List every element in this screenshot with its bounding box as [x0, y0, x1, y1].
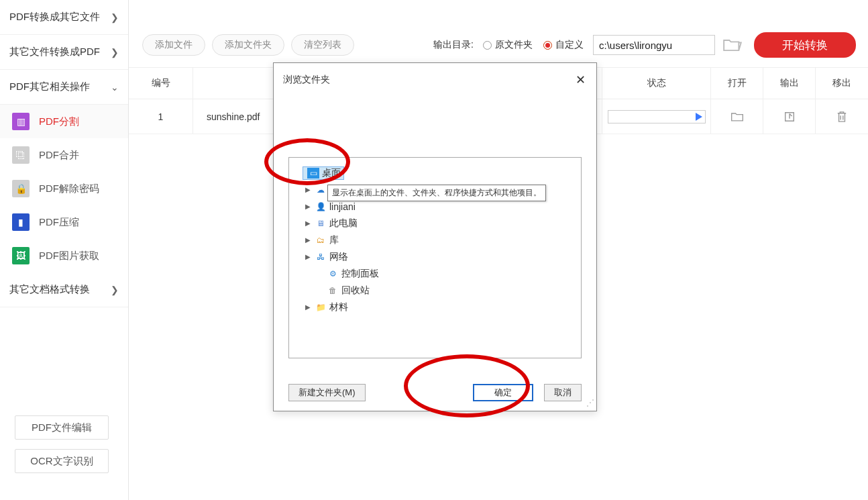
sidegroup-other-doc-convert[interactable]: 其它文档格式转换 ❯	[0, 272, 128, 307]
expand-icon[interactable]: ▶	[304, 303, 312, 311]
ok-button[interactable]: 确定	[473, 384, 533, 401]
chevron-right-icon: ❯	[111, 47, 119, 58]
recycle-bin-icon: 🗑	[327, 285, 339, 296]
sidebar-item-label: PDF分割	[39, 115, 79, 128]
pc-icon: 🖥	[315, 218, 327, 229]
tree-item-libraries[interactable]: ▶ 🗂 库	[289, 232, 581, 248]
th-open: 打开	[711, 68, 763, 99]
sidebar-item-pdf-images[interactable]: 🖼 PDF图片获取	[0, 239, 128, 272]
chevron-right-icon: ❯	[111, 12, 119, 23]
sidebar-item-label: PDF合并	[39, 149, 79, 162]
play-icon	[696, 113, 702, 121]
tree-label: 此电脑	[329, 217, 358, 230]
topbar: 添加文件 添加文件夹 清空列表 输出目录: 原文件夹 自定义 开始转换	[129, 0, 868, 67]
expand-icon[interactable]: ▶	[304, 219, 312, 227]
sidegroup-label: 其它文档格式转换	[9, 283, 90, 296]
tree-label: 桌面	[322, 167, 341, 179]
tree-label: 控制面板	[341, 268, 379, 280]
sidegroup-label: 其它文件转换成PDF	[9, 46, 100, 58]
sidebar-item-pdf-split[interactable]: ▥ PDF分割	[0, 105, 128, 138]
browse-folder-dialog: 浏览文件夹 ✕ ▭ 桌面 ▶ ☁ OneDrive ▶ 👤 linjiani ▶…	[273, 62, 597, 411]
progress-bar[interactable]	[608, 110, 706, 123]
expand-icon[interactable]: ▶	[304, 253, 312, 260]
split-icon: ▥	[12, 113, 30, 130]
merge-icon: ⿻	[12, 146, 30, 164]
output-dir-label: 输出目录:	[433, 39, 474, 51]
sidebar-item-pdf-unlock[interactable]: 🔒 PDF解除密码	[0, 172, 128, 205]
output-path-input[interactable]	[593, 35, 715, 55]
library-icon: 🗂	[315, 235, 327, 246]
sidegroup-label: PDF其它相关操作	[9, 81, 90, 93]
sidebar-item-pdf-merge[interactable]: ⿻ PDF合并	[0, 138, 128, 172]
sidebar-item-label: PDF图片获取	[39, 250, 99, 262]
tree-label: 材料	[329, 301, 348, 313]
sidebar-item-label: PDF解除密码	[39, 183, 99, 195]
radio-original-folder[interactable]: 原文件夹	[483, 39, 533, 51]
sidebar-item-label: PDF压缩	[39, 216, 79, 229]
radio-icon	[483, 41, 492, 50]
tree-item-control-panel[interactable]: ⚙ 控制面板	[289, 265, 581, 282]
sidebar-bottom: PDF文件编辑 OCR文字识别	[0, 415, 128, 483]
close-icon[interactable]: ✕	[576, 72, 586, 87]
browse-folder-icon[interactable]	[723, 38, 742, 52]
chevron-right-icon: ❯	[111, 285, 119, 295]
desktop-icon: ▭	[307, 168, 319, 179]
sidegroup-pdf-to-other[interactable]: PDF转换成其它文件 ❯	[0, 0, 128, 35]
expand-icon[interactable]: ▶	[304, 203, 312, 210]
start-convert-button[interactable]: 开始转换	[754, 32, 856, 58]
tree-label: linjiani	[329, 201, 356, 212]
new-folder-button[interactable]: 新建文件夹(M)	[288, 384, 366, 401]
ocr-button[interactable]: OCR文字识别	[15, 449, 109, 473]
tree-item-desktop[interactable]: ▭ 桌面	[289, 164, 581, 181]
tree-label: 回收站	[341, 285, 370, 297]
dialog-titlebar: 浏览文件夹 ✕	[274, 63, 596, 97]
image-icon: 🖼	[12, 247, 30, 264]
chevron-down-icon: ⌄	[111, 82, 119, 93]
sidegroup-pdf-other-ops[interactable]: PDF其它相关操作 ⌄	[0, 70, 128, 105]
tree-item-recycle-bin[interactable]: 🗑 回收站	[289, 282, 581, 299]
add-file-button[interactable]: 添加文件	[142, 34, 205, 56]
tree-label: 网络	[329, 251, 348, 263]
network-icon: 🖧	[315, 252, 327, 262]
sidebar-item-pdf-compress[interactable]: ▮ PDF压缩	[0, 205, 128, 239]
tree-item-this-pc[interactable]: ▶ 🖥 此电脑	[289, 215, 581, 232]
radio-custom-folder[interactable]: 自定义	[543, 39, 584, 51]
sidegroup-label: PDF转换成其它文件	[9, 11, 100, 23]
tree-item-materials[interactable]: ▶ 📁 材料	[289, 299, 581, 315]
add-folder-button[interactable]: 添加文件夹	[212, 34, 284, 56]
cell-number: 1	[129, 99, 193, 134]
control-panel-icon: ⚙	[327, 268, 339, 279]
dialog-title: 浏览文件夹	[283, 74, 330, 86]
tooltip: 显示在桌面上的文件、文件夹、程序快捷方式和其他项目。	[327, 185, 546, 201]
compress-icon: ▮	[12, 213, 30, 231]
sidegroup-other-to-pdf[interactable]: 其它文件转换成PDF ❯	[0, 35, 128, 70]
cell-status	[602, 99, 711, 134]
th-output: 输出	[763, 68, 816, 99]
expand-icon[interactable]: ▶	[304, 186, 312, 193]
tree-item-network[interactable]: ▶ 🖧 网络	[289, 248, 581, 265]
remove-button[interactable]	[816, 99, 868, 134]
folder-icon: 📁	[315, 302, 327, 313]
th-number: 编号	[129, 68, 193, 99]
dialog-buttons: 新建文件夹(M) 确定 取消	[288, 384, 582, 401]
th-status: 状态	[602, 68, 711, 99]
lock-icon: 🔒	[12, 180, 30, 197]
radio-icon	[543, 41, 552, 50]
export-button[interactable]	[763, 99, 816, 134]
tree-label: 库	[329, 234, 339, 246]
th-remove: 移出	[816, 68, 868, 99]
resize-grip-icon[interactable]: ⋰	[586, 401, 594, 409]
cloud-icon: ☁	[315, 185, 327, 195]
sidebar: PDF转换成其它文件 ❯ 其它文件转换成PDF ❯ PDF其它相关操作 ⌄ ▥ …	[0, 0, 129, 500]
clear-list-button[interactable]: 清空列表	[291, 34, 354, 56]
expand-icon[interactable]: ▶	[304, 236, 312, 244]
user-icon: 👤	[315, 201, 327, 212]
cancel-button[interactable]: 取消	[544, 384, 582, 401]
sidebar-items: ▥ PDF分割 ⿻ PDF合并 🔒 PDF解除密码 ▮ PDF压缩 🖼 PDF图…	[0, 105, 128, 272]
pdf-edit-button[interactable]: PDF文件编辑	[15, 415, 109, 440]
open-folder-button[interactable]	[711, 99, 763, 134]
